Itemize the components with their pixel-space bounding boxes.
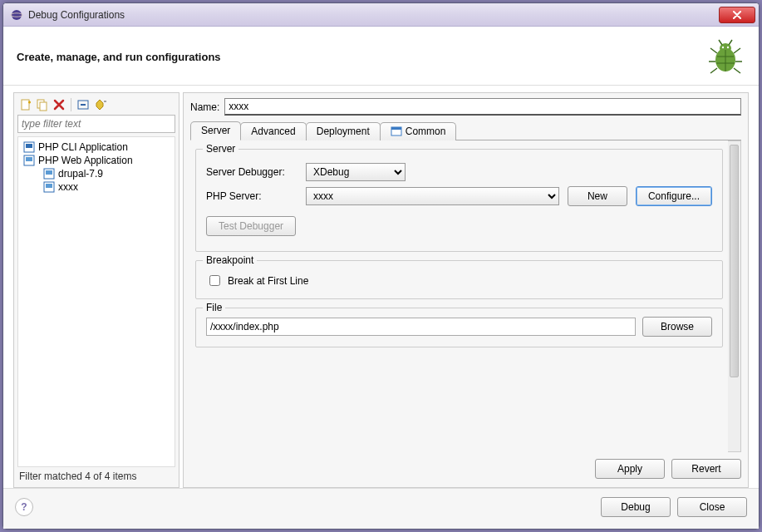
tree-node-php-cli[interactable]: PHP CLI Application xyxy=(20,140,173,154)
configurations-tree[interactable]: PHP CLI Application PHP Web Application … xyxy=(17,136,175,467)
tree-node-item[interactable]: drupal-7.9 xyxy=(20,167,173,180)
name-input[interactable] xyxy=(224,98,741,116)
apply-button[interactable]: Apply xyxy=(595,459,665,479)
dialog-footer: ? Debug Close xyxy=(3,488,759,529)
name-row: Name: xyxy=(190,98,741,116)
eclipse-icon xyxy=(10,8,23,22)
tab-server[interactable]: Server xyxy=(190,121,241,140)
scrollbar-thumb[interactable] xyxy=(730,145,739,377)
group-breakpoint: Breakpoint Break at First Line xyxy=(195,260,723,299)
configure-server-button[interactable]: Configure... xyxy=(636,186,712,206)
test-debugger-button[interactable]: Test Debugger xyxy=(206,216,296,236)
php-server-select[interactable]: xxxx xyxy=(306,187,559,205)
dialog-body: PHP CLI Application PHP Web Application … xyxy=(3,86,759,488)
svg-rect-11 xyxy=(26,144,32,148)
svg-point-0 xyxy=(12,10,22,20)
svg-point-4 xyxy=(722,47,724,48)
tree-node-item[interactable]: xxxx xyxy=(20,180,173,194)
svg-rect-6 xyxy=(22,100,29,110)
help-icon[interactable]: ? xyxy=(15,498,33,516)
configuration-editor: Name: Server Advanced Deployment Common … xyxy=(183,92,749,488)
group-title: Breakpoint xyxy=(203,254,257,266)
close-icon xyxy=(732,11,742,19)
duplicate-config-icon[interactable] xyxy=(36,98,49,111)
vertical-scrollbar[interactable] xyxy=(728,140,741,452)
close-button[interactable]: Close xyxy=(677,497,747,517)
dialog-header-title: Create, manage, and run configurations xyxy=(17,51,705,63)
svg-rect-8 xyxy=(40,102,47,111)
tree-label: PHP CLI Application xyxy=(38,141,128,153)
server-debugger-label: Server Debugger: xyxy=(206,166,297,178)
svg-rect-17 xyxy=(46,184,52,188)
svg-rect-19 xyxy=(391,127,401,130)
filter-input[interactable] xyxy=(17,115,175,133)
common-tab-icon xyxy=(391,126,402,136)
new-server-button[interactable]: New xyxy=(568,186,627,206)
tree-label: PHP Web Application xyxy=(38,155,133,166)
tab-content-server: Server Server Debugger: XDebug PHP Serve… xyxy=(190,140,728,452)
php-server-label: PHP Server: xyxy=(206,190,297,202)
filter-status: Filter matched 4 of 4 items xyxy=(17,467,175,484)
svg-point-5 xyxy=(727,47,729,48)
dialog-header: Create, manage, and run configurations xyxy=(3,27,759,86)
tree-label: drupal-7.9 xyxy=(58,168,103,180)
browse-button[interactable]: Browse xyxy=(642,317,712,337)
dialog-window: Debug Configurations Create, manage, and… xyxy=(2,2,760,530)
group-title: Server xyxy=(203,143,238,155)
break-first-line-checkbox[interactable] xyxy=(209,275,220,286)
break-first-line-label: Break at First Line xyxy=(228,275,308,287)
filter-icon[interactable] xyxy=(93,98,106,111)
bug-icon xyxy=(705,37,745,76)
window-close-button[interactable] xyxy=(719,7,755,23)
group-server: Server Server Debugger: XDebug PHP Serve… xyxy=(195,149,723,252)
tree-node-php-web[interactable]: PHP Web Application xyxy=(20,154,173,167)
php-web-child-icon xyxy=(43,181,55,193)
tree-label: xxxx xyxy=(58,181,78,193)
collapse-all-icon[interactable] xyxy=(76,98,90,111)
apply-revert-row: Apply Revert xyxy=(190,452,741,482)
tab-common[interactable]: Common xyxy=(380,122,457,140)
svg-rect-13 xyxy=(26,157,32,161)
tab-bar: Server Advanced Deployment Common xyxy=(190,121,741,140)
titlebar: Debug Configurations xyxy=(3,3,759,27)
toolbar-separator xyxy=(71,98,71,111)
tab-deployment[interactable]: Deployment xyxy=(306,122,381,140)
window-title: Debug Configurations xyxy=(28,9,719,21)
server-debugger-select[interactable]: XDebug xyxy=(306,163,406,181)
revert-button[interactable]: Revert xyxy=(671,459,741,479)
new-config-icon[interactable] xyxy=(19,98,32,111)
php-web-child-icon xyxy=(43,168,55,180)
name-label: Name: xyxy=(190,101,219,113)
delete-config-icon[interactable] xyxy=(52,98,66,111)
debug-button[interactable]: Debug xyxy=(601,497,671,517)
tab-content-wrap: Server Server Debugger: XDebug PHP Serve… xyxy=(190,140,741,452)
group-title: File xyxy=(203,302,225,313)
php-cli-icon xyxy=(23,141,35,153)
configurations-toolbar xyxy=(17,96,175,115)
group-file: File Browse xyxy=(195,308,723,347)
configurations-panel: PHP CLI Application PHP Web Application … xyxy=(13,92,179,488)
file-path-input[interactable] xyxy=(206,318,636,336)
php-web-icon xyxy=(23,155,35,166)
tab-advanced[interactable]: Advanced xyxy=(240,122,306,140)
svg-rect-15 xyxy=(46,170,52,175)
